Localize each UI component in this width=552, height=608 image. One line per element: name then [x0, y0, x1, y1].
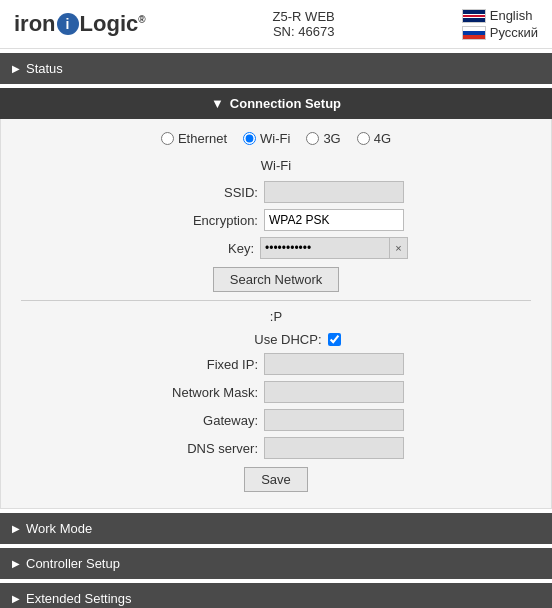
fixed-ip-label: Fixed IP: [148, 357, 258, 372]
work-mode-arrow-icon: ▶ [12, 523, 20, 534]
work-mode-header[interactable]: ▶ Work Mode [0, 513, 552, 544]
header: iron i Logic® Z5-R WEB SN: 46673 English… [0, 0, 552, 49]
device-info: Z5-R WEB SN: 46673 [273, 9, 335, 39]
key-row: Key: × [1, 237, 551, 259]
network-mask-label: Network Mask: [148, 385, 258, 400]
search-network-button[interactable]: Search Network [213, 267, 339, 292]
controller-setup-section: ▶ Controller Setup [0, 548, 552, 579]
controller-setup-header[interactable]: ▶ Controller Setup [0, 548, 552, 579]
logo-text: iron [14, 11, 56, 37]
extended-settings-label: Extended Settings [26, 591, 132, 606]
ip-section: :P Use DHCP: Fixed IP: Network Mask: Gat [1, 309, 551, 459]
use-dhcp-row: Use DHCP: [1, 332, 551, 347]
logo-icon: i [57, 13, 79, 35]
connection-setup-header[interactable]: ▼ Connection Setup [0, 88, 552, 119]
connection-setup-label: Connection Setup [230, 96, 341, 111]
extended-settings-section: ▶ Extended Settings [0, 583, 552, 608]
connection-setup-section: ▼ Connection Setup Ethernet Wi-Fi 3G 4G … [0, 88, 552, 509]
use-dhcp-label: Use DHCP: [212, 332, 322, 347]
controller-setup-label: Controller Setup [26, 556, 120, 571]
extended-settings-arrow-icon: ▶ [12, 593, 20, 604]
flag-uk-icon [462, 9, 486, 23]
network-type-group: Ethernet Wi-Fi 3G 4G [1, 131, 551, 146]
dhcp-checkbox-group [328, 333, 341, 346]
work-mode-section: ▶ Work Mode [0, 513, 552, 544]
3g-option[interactable]: 3G [306, 131, 340, 146]
ssid-input[interactable] [264, 181, 404, 203]
network-mask-row: Network Mask: [1, 381, 551, 403]
dhcp-checkbox[interactable] [328, 333, 341, 346]
status-label: Status [26, 61, 63, 76]
encryption-label: Encryption: [148, 213, 258, 228]
ethernet-radio[interactable] [161, 132, 174, 145]
network-mask-input[interactable] [264, 381, 404, 403]
flag-ru-icon [462, 26, 486, 40]
language-selector: English Русский [462, 8, 538, 40]
serial-number: SN: 46673 [273, 24, 335, 39]
3g-radio[interactable] [306, 132, 319, 145]
work-mode-label: Work Mode [26, 521, 92, 536]
ip-label: :P [1, 309, 551, 324]
connection-setup-arrow-icon: ▼ [211, 96, 224, 111]
lang-russian-label: Русский [490, 25, 538, 40]
lang-english[interactable]: English [462, 8, 533, 23]
key-label: Key: [144, 241, 254, 256]
wifi-label: Wi-Fi [260, 131, 290, 146]
fixed-ip-row: Fixed IP: [1, 353, 551, 375]
status-section: ▶ Status [0, 53, 552, 84]
key-clear-button[interactable]: × [390, 237, 408, 259]
dns-server-row: DNS server: [1, 437, 551, 459]
extended-settings-header[interactable]: ▶ Extended Settings [0, 583, 552, 608]
controller-setup-arrow-icon: ▶ [12, 558, 20, 569]
ethernet-label: Ethernet [178, 131, 227, 146]
fixed-ip-input[interactable] [264, 353, 404, 375]
status-arrow-icon: ▶ [12, 63, 20, 74]
logo: iron i Logic® [14, 11, 146, 37]
4g-option[interactable]: 4G [357, 131, 391, 146]
encryption-row: Encryption: [1, 209, 551, 231]
dns-server-input[interactable] [264, 437, 404, 459]
search-network-row: Search Network [1, 267, 551, 292]
key-input[interactable] [260, 237, 390, 259]
device-name: Z5-R WEB [273, 9, 335, 24]
ethernet-option[interactable]: Ethernet [161, 131, 227, 146]
connection-setup-content: Ethernet Wi-Fi 3G 4G Wi-Fi SSID: Encryp [0, 119, 552, 509]
encryption-input[interactable] [264, 209, 404, 231]
gateway-row: Gateway: [1, 409, 551, 431]
4g-label: 4G [374, 131, 391, 146]
divider [21, 300, 531, 301]
gateway-input[interactable] [264, 409, 404, 431]
logo-text2: Logic® [80, 11, 146, 37]
gateway-label: Gateway: [148, 413, 258, 428]
ssid-label: SSID: [148, 185, 258, 200]
key-input-group: × [260, 237, 408, 259]
save-button[interactable]: Save [244, 467, 308, 492]
4g-radio[interactable] [357, 132, 370, 145]
wifi-option[interactable]: Wi-Fi [243, 131, 290, 146]
ssid-row: SSID: [1, 181, 551, 203]
lang-english-label: English [490, 8, 533, 23]
status-header[interactable]: ▶ Status [0, 53, 552, 84]
save-row: Save [1, 467, 551, 492]
wifi-radio[interactable] [243, 132, 256, 145]
wifi-section-label: Wi-Fi [1, 158, 551, 173]
3g-label: 3G [323, 131, 340, 146]
lang-russian[interactable]: Русский [462, 25, 538, 40]
dns-server-label: DNS server: [148, 441, 258, 456]
